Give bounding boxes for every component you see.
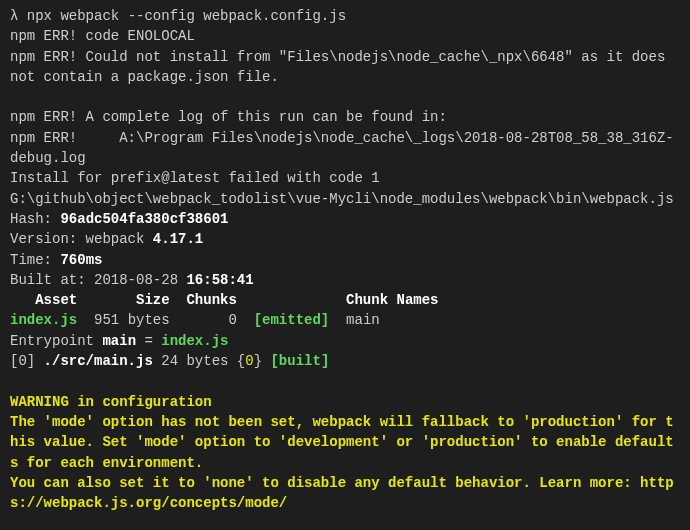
- terminal-line: npm ERR! Could not install from "Files\n…: [10, 47, 680, 88]
- terminal-text-span: Asset Size Chunks Chunk Names: [10, 292, 438, 308]
- terminal-text-span: Time:: [10, 252, 60, 268]
- terminal-line: Version: webpack 4.17.1: [10, 229, 680, 249]
- terminal-line: npm ERR! A complete log of this run can …: [10, 107, 680, 127]
- terminal-text-span: npm ERR! Could not install from "Files\n…: [10, 49, 674, 85]
- terminal-line: Built at: 2018-08-28 16:58:41: [10, 270, 680, 290]
- terminal-line: Asset Size Chunks Chunk Names: [10, 290, 680, 310]
- terminal-text-span: ./src/main.js: [44, 353, 153, 369]
- terminal-line: The 'mode' option has not been set, webp…: [10, 412, 680, 473]
- terminal-text-span: Install for prefix@latest failed with co…: [10, 170, 380, 186]
- terminal-line: npm ERR! code ENOLOCAL: [10, 26, 680, 46]
- terminal-text-span: You can also set it to 'none' to disable…: [10, 475, 674, 511]
- terminal-text-span: [0]: [10, 353, 44, 369]
- terminal-line: npm ERR! A:\Program Files\nodejs\node_ca…: [10, 128, 680, 169]
- terminal-text-span: index.js: [10, 312, 77, 328]
- terminal-output: λ npx webpack --config webpack.config.js…: [10, 6, 680, 513]
- terminal-text-span: }: [254, 353, 271, 369]
- terminal-text-span: npx webpack --config webpack.config.js: [27, 8, 346, 24]
- terminal-text-span: main: [102, 333, 136, 349]
- terminal-line: Hash: 96adc504fa380cf38601: [10, 209, 680, 229]
- terminal-text-span: 4.17.1: [153, 231, 203, 247]
- terminal-text-span: main: [329, 312, 379, 328]
- terminal-text-span: [built]: [270, 353, 329, 369]
- terminal-text-span: npm ERR! code ENOLOCAL: [10, 28, 195, 44]
- terminal-line: [0] ./src/main.js 24 bytes {0} [built]: [10, 351, 680, 371]
- terminal-text-span: =: [136, 333, 161, 349]
- terminal-text-span: G:\github\object\webpack_todolist\vue-My…: [10, 191, 674, 207]
- terminal-text-span: 16:58:41: [186, 272, 253, 288]
- terminal-line: Entrypoint main = index.js: [10, 331, 680, 351]
- terminal-line: index.js 951 bytes 0 [emitted] main: [10, 310, 680, 330]
- terminal-text-span: 760ms: [60, 252, 102, 268]
- terminal-text-span: 0: [245, 353, 253, 369]
- terminal-text-span: Entrypoint: [10, 333, 102, 349]
- terminal-line: [10, 371, 680, 391]
- terminal-text-span: [10, 89, 18, 105]
- terminal-line: Time: 760ms: [10, 250, 680, 270]
- terminal-text-span: 24 bytes {: [153, 353, 245, 369]
- terminal-text-span: index.js: [161, 333, 228, 349]
- terminal-text-span: [10, 373, 18, 389]
- terminal-line: λ npx webpack --config webpack.config.js: [10, 6, 680, 26]
- terminal-line: [10, 87, 680, 107]
- terminal-text-span: npm ERR! A complete log of this run can …: [10, 109, 447, 125]
- terminal-text-span: The 'mode' option has not been set, webp…: [10, 414, 674, 471]
- terminal-text-span: 96adc504fa380cf38601: [60, 211, 228, 227]
- terminal-line: Install for prefix@latest failed with co…: [10, 168, 680, 188]
- terminal-text-span: npm ERR! A:\Program Files\nodejs\node_ca…: [10, 130, 674, 166]
- terminal-text-span: [emitted]: [254, 312, 330, 328]
- terminal-text-span: Hash:: [10, 211, 60, 227]
- terminal-text-span: λ: [10, 8, 27, 24]
- terminal-text-span: Version: webpack: [10, 231, 153, 247]
- terminal-line: WARNING in configuration: [10, 392, 680, 412]
- terminal-text-span: WARNING in configuration: [10, 394, 212, 410]
- terminal-line: You can also set it to 'none' to disable…: [10, 473, 680, 514]
- terminal-line: G:\github\object\webpack_todolist\vue-My…: [10, 189, 680, 209]
- terminal-text-span: Built at: 2018-08-28: [10, 272, 186, 288]
- terminal-text-span: 951 bytes 0: [77, 312, 253, 328]
